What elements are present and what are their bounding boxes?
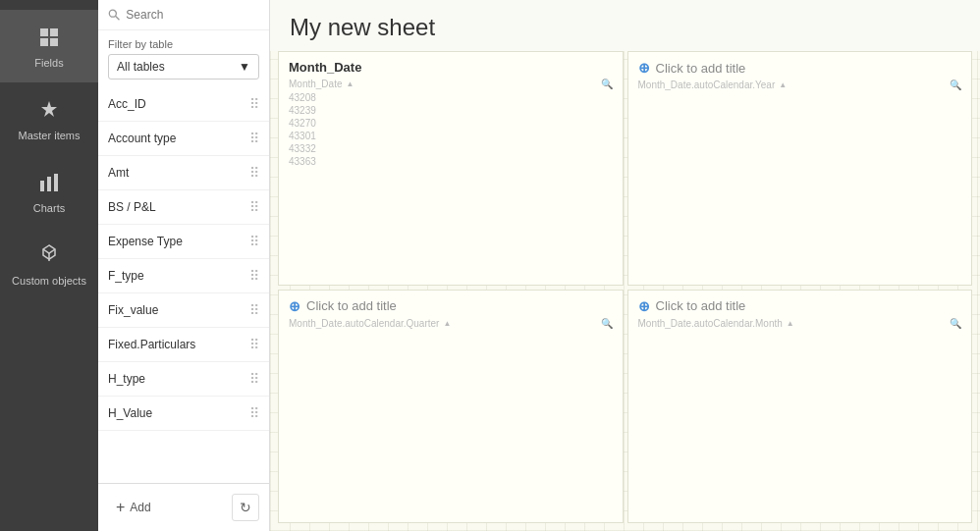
- filter-dropdown[interactable]: All tables ▼: [108, 54, 259, 80]
- chart1-values: 432084323943270433014333243363: [279, 89, 623, 285]
- field-name: Fixed.Particulars: [108, 338, 195, 351]
- svg-line-8: [115, 16, 119, 20]
- svg-point-7: [109, 10, 116, 17]
- charts-icon: [35, 169, 63, 196]
- search-icon: [108, 8, 120, 22]
- chevron-down-icon: ▼: [239, 60, 250, 74]
- svg-rect-3: [50, 38, 58, 46]
- drag-handle-icon: ⠿: [249, 302, 259, 318]
- refresh-icon: ↻: [240, 500, 251, 515]
- sidebar-item-custom-objects[interactable]: Custom objects: [0, 228, 98, 300]
- add-title-icon-4: ⊕: [638, 298, 650, 314]
- chart2-header: ⊕ Click to add title: [628, 52, 972, 76]
- chart3-axis-label: Month_Date.autoCalendar.Quarter: [289, 318, 439, 329]
- search-small-icon-4[interactable]: 🔍: [950, 318, 961, 329]
- chart1-header: Month_Date: [279, 52, 623, 75]
- fields-footer: + Add ↻: [98, 483, 269, 531]
- main-content: My new sheet Month_Date Month_Date ▲ 🔍 4…: [270, 0, 980, 531]
- sheet-title: My new sheet: [290, 14, 960, 41]
- field-name: H_Value: [108, 406, 152, 420]
- field-name: Account type: [108, 132, 176, 145]
- custom-objects-icon: [35, 241, 63, 269]
- field-item[interactable]: Account type⠿: [98, 122, 269, 156]
- chart3-axis: Month_Date.autoCalendar.Quarter ▲ 🔍: [279, 314, 623, 329]
- field-item[interactable]: Fixed.Particulars⠿: [98, 328, 269, 362]
- field-name: Fix_value: [108, 303, 158, 317]
- field-name: BS / P&L: [108, 200, 156, 214]
- refresh-button[interactable]: ↻: [232, 494, 259, 521]
- drag-handle-icon: ⠿: [249, 234, 259, 249]
- field-item[interactable]: Acc_ID⠿: [98, 87, 269, 122]
- data-value: 43270: [289, 117, 613, 130]
- sort-up-icon-4: ▲: [787, 319, 794, 328]
- master-items-icon: [35, 96, 63, 124]
- sheet-title-bar: My new sheet: [270, 0, 980, 51]
- sort-up-icon-2: ▲: [779, 80, 787, 89]
- search-small-icon-3[interactable]: 🔍: [601, 318, 613, 329]
- drag-handle-icon: ⠿: [249, 96, 259, 112]
- sort-up-icon-3: ▲: [443, 319, 451, 328]
- sidebar-item-fields[interactable]: Fields: [0, 10, 98, 82]
- chart-panel-3: ⊕ Click to add title Month_Date.autoCale…: [278, 290, 624, 524]
- chart3-header: ⊕ Click to add title: [279, 291, 623, 314]
- chart4-header: ⊕ Click to add title: [628, 291, 972, 314]
- field-item[interactable]: F_type⠿: [98, 259, 269, 293]
- chart-panel-2: ⊕ Click to add title Month_Date.autoCale…: [627, 51, 973, 286]
- search-small-icon-2[interactable]: 🔍: [950, 80, 961, 90]
- chart2-title[interactable]: Click to add title: [656, 61, 746, 76]
- svg-rect-2: [40, 38, 48, 46]
- charts-label: Charts: [33, 202, 65, 214]
- field-item[interactable]: Amt⠿: [98, 156, 269, 190]
- drag-handle-icon: ⠿: [249, 337, 259, 352]
- field-item[interactable]: Expense Type⠿: [98, 225, 269, 259]
- add-button[interactable]: + Add: [108, 495, 159, 520]
- charts-grid: Month_Date Month_Date ▲ 🔍 43208432394327…: [270, 51, 980, 531]
- custom-objects-label: Custom objects: [12, 275, 86, 287]
- chart1-title: Month_Date: [289, 60, 361, 75]
- field-item[interactable]: H_type⠿: [98, 362, 269, 397]
- field-item[interactable]: Fix_value⠿: [98, 293, 269, 328]
- fields-label: Fields: [34, 57, 63, 69]
- filter-value: All tables: [117, 60, 165, 74]
- sidebar-item-charts[interactable]: Charts: [0, 155, 98, 228]
- svg-rect-6: [54, 174, 58, 191]
- chart2-axis-label: Month_Date.autoCalendar.Year: [638, 80, 776, 90]
- sidebar-icons-panel: Fields Master items Charts Custom o: [0, 0, 98, 531]
- chart2-axis: Month_Date.autoCalendar.Year ▲ 🔍: [628, 76, 972, 90]
- drag-handle-icon: ⠿: [249, 131, 259, 146]
- fields-list: Acc_ID⠿Account type⠿Amt⠿BS / P&L⠿Expense…: [98, 87, 269, 483]
- filter-label: Filter by table: [98, 30, 269, 54]
- drag-handle-icon: ⠿: [249, 268, 259, 284]
- data-value: 43301: [289, 130, 613, 142]
- sort-up-icon: ▲: [346, 80, 354, 88]
- chart1-axis-label: Month_Date: [289, 79, 342, 89]
- drag-handle-icon: ⠿: [249, 405, 259, 421]
- search-input[interactable]: [126, 8, 259, 22]
- svg-rect-4: [40, 181, 44, 191]
- add-title-icon-3: ⊕: [289, 298, 300, 314]
- plus-icon: +: [116, 499, 125, 516]
- chart4-title[interactable]: Click to add title: [656, 298, 746, 313]
- field-name: Expense Type: [108, 235, 183, 248]
- search-bar: [98, 0, 269, 30]
- search-small-icon[interactable]: 🔍: [601, 79, 613, 89]
- add-title-icon-2: ⊕: [638, 60, 650, 76]
- svg-rect-5: [47, 177, 51, 191]
- svg-rect-0: [40, 28, 48, 36]
- drag-handle-icon: ⠿: [249, 371, 259, 387]
- chart-panel-4: ⊕ Click to add title Month_Date.autoCale…: [627, 290, 973, 524]
- sidebar-item-master-items[interactable]: Master items: [0, 82, 98, 155]
- chart3-title[interactable]: Click to add title: [306, 298, 397, 313]
- chart1-axis: Month_Date ▲ 🔍: [279, 75, 623, 89]
- chart4-axis-label: Month_Date.autoCalendar.Month: [638, 318, 783, 329]
- field-item[interactable]: BS / P&L⠿: [98, 190, 269, 225]
- field-item[interactable]: H_Value⠿: [98, 397, 269, 431]
- add-label: Add: [130, 501, 150, 514]
- field-name: Acc_ID: [108, 97, 146, 111]
- field-name: F_type: [108, 269, 144, 283]
- fields-panel: Filter by table All tables ▼ Acc_ID⠿Acco…: [98, 0, 270, 531]
- drag-handle-icon: ⠿: [249, 165, 259, 181]
- master-items-label: Master items: [19, 130, 81, 141]
- data-value: 43363: [289, 155, 613, 168]
- drag-handle-icon: ⠿: [249, 199, 259, 215]
